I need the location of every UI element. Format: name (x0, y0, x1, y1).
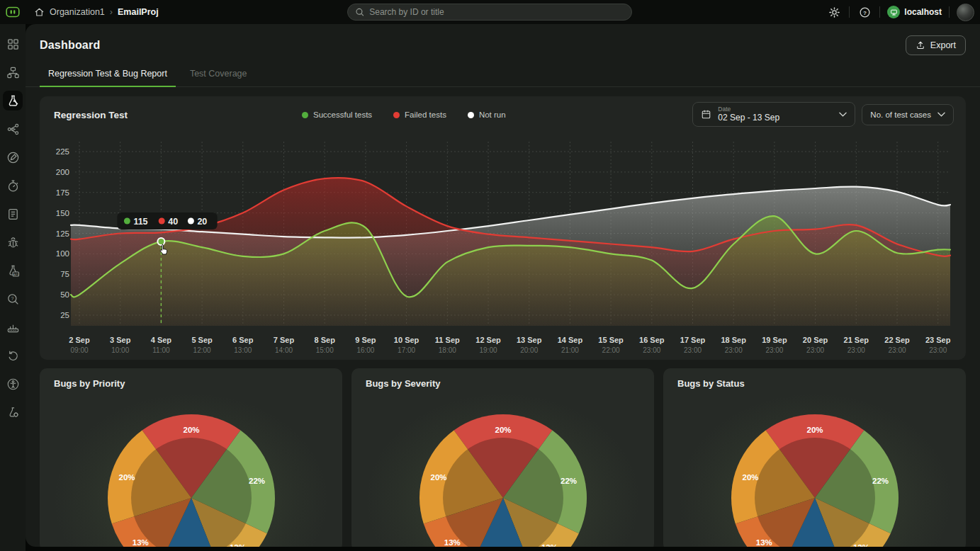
gear-icon (828, 6, 840, 18)
bug-icon (6, 236, 20, 249)
svg-text:23:00: 23:00 (725, 346, 743, 354)
pie-slice-label: 13% (756, 538, 772, 547)
svg-text:API: API (13, 272, 18, 276)
pie-slice-label: 12% (230, 543, 246, 547)
svg-text:18:00: 18:00 (439, 346, 456, 354)
svg-text:15:00: 15:00 (316, 346, 334, 354)
svg-text:14 Sep: 14 Sep (558, 336, 583, 344)
sidebar-item-experiments[interactable] (3, 402, 23, 422)
bug-charts-row: Bugs by Priority 20%22%12%13%20% Bugs by… (40, 368, 966, 547)
pen-circle-icon (6, 151, 20, 164)
tab-test-coverage[interactable]: Test Coverage (181, 62, 256, 87)
main-panel: Dashboard Export Regression Test & Bug R… (26, 24, 980, 547)
stopwatch-icon (6, 179, 20, 193)
bugs-by-severity-pie[interactable]: 20%22%12%13%20% (351, 368, 654, 547)
svg-text:11:00: 11:00 (152, 346, 170, 354)
app-logo[interactable] (0, 5, 26, 19)
svg-text:13:00: 13:00 (234, 346, 252, 354)
svg-text:23:00: 23:00 (806, 346, 824, 354)
environment-label: localhost (904, 7, 942, 17)
tooltip-point (157, 238, 164, 245)
svg-text:19:00: 19:00 (479, 346, 497, 354)
svg-text:4 Sep: 4 Sep (151, 336, 172, 344)
logo-icon (5, 5, 21, 19)
svg-text:14:00: 14:00 (275, 346, 293, 354)
svg-text:6 Sep: 6 Sep (232, 336, 254, 344)
bugs-by-priority-pie[interactable]: 20%22%12%13%20% (40, 368, 342, 547)
pie-slice-label: 20% (495, 426, 511, 434)
api-flask-icon: API (6, 264, 20, 278)
sidebar-item-benchmarks[interactable] (3, 317, 23, 337)
svg-text:20: 20 (197, 217, 207, 227)
breadcrumb-separator: › (110, 7, 113, 17)
export-label: Export (930, 40, 956, 50)
breadcrumb-project[interactable]: EmailProj (118, 7, 159, 17)
home-icon[interactable] (34, 7, 45, 18)
sidebar-item-regression-lab[interactable] (3, 91, 23, 110)
sidebar-item-automation[interactable] (3, 147, 23, 167)
accessibility-icon (6, 377, 20, 391)
breadcrumb-org[interactable]: Organization1 (50, 7, 105, 17)
svg-text:100: 100 (56, 249, 69, 258)
sidebar-item-timer[interactable] (3, 176, 23, 195)
svg-text:13 Sep: 13 Sep (517, 336, 542, 344)
svg-text:22:00: 22:00 (602, 346, 620, 354)
help-button[interactable]: ? (857, 4, 872, 20)
sidebar-item-dashboard[interactable] (3, 34, 23, 54)
bugs-by-priority-card: Bugs by Priority 20%22%12%13%20% (40, 368, 342, 547)
sidebar-item-api-tests[interactable]: API (3, 261, 23, 280)
svg-text:2 Sep: 2 Sep (69, 336, 90, 344)
global-search[interactable] (347, 4, 632, 21)
regression-area-chart[interactable]: 2252001751501251007550252 Sep09:003 Sep1… (40, 96, 964, 360)
breadcrumb: Organization1 › EmailProj (34, 7, 159, 18)
svg-text:20:00: 20:00 (520, 346, 538, 354)
svg-text:?: ? (11, 296, 13, 302)
regression-test-card: Regression Test Successful testsFailed t… (40, 96, 966, 360)
search-input[interactable] (369, 7, 624, 17)
svg-text:21 Sep: 21 Sep (844, 336, 869, 344)
svg-text:200: 200 (56, 168, 69, 176)
svg-text:7 Sep: 7 Sep (274, 336, 295, 344)
sidebar-item-accessibility[interactable] (3, 374, 23, 394)
benchmark-icon (6, 321, 20, 334)
sidebar-item-projects[interactable] (3, 62, 23, 82)
svg-text:18 Sep: 18 Sep (721, 336, 746, 344)
sidebar-item-inspect[interactable]: ? (3, 289, 23, 309)
pie-slice-label: 12% (853, 543, 869, 547)
tab-regression-report[interactable]: Regression Test & Bug Report (40, 62, 176, 87)
upload-icon (916, 40, 925, 50)
svg-text:23:00: 23:00 (765, 346, 783, 354)
svg-text:09:00: 09:00 (70, 346, 88, 354)
network-nodes-icon (6, 123, 20, 136)
pie-slice-label: 22% (249, 477, 265, 485)
svg-text:15 Sep: 15 Sep (598, 336, 624, 344)
svg-text:23:00: 23:00 (888, 346, 906, 354)
svg-text:11 Sep: 11 Sep (435, 336, 460, 344)
svg-text:17:00: 17:00 (398, 346, 415, 354)
svg-text:16:00: 16:00 (356, 346, 374, 354)
avatar[interactable] (957, 4, 974, 21)
sidebar-item-integrations[interactable] (3, 119, 23, 139)
sidebar-item-cycles[interactable] (3, 346, 23, 365)
svg-text:23:00: 23:00 (847, 346, 865, 354)
bugs-by-status-pie[interactable]: 20%22%12%13%20% (663, 368, 966, 547)
pie-title: Bugs by Status (677, 378, 745, 389)
refresh-cycle-icon (6, 349, 20, 363)
monitor-icon (887, 6, 900, 18)
search-question-icon: ? (6, 292, 20, 306)
svg-text:23:00: 23:00 (643, 346, 660, 354)
flask-gear-icon (6, 406, 20, 419)
sidebar-item-notes[interactable] (3, 204, 23, 224)
export-button[interactable]: Export (906, 35, 966, 55)
pie-title: Bugs by Priority (54, 378, 125, 389)
help-icon: ? (859, 6, 871, 18)
svg-text:23:00: 23:00 (684, 346, 702, 354)
topbar-divider (879, 6, 880, 18)
topbar-divider (949, 6, 950, 18)
environment-badge[interactable]: localhost (887, 6, 942, 18)
svg-text:225: 225 (56, 147, 69, 156)
pie-slice-label: 22% (872, 477, 889, 485)
svg-text:19 Sep: 19 Sep (762, 336, 787, 344)
sidebar-item-bugs[interactable] (3, 232, 23, 252)
settings-button[interactable] (826, 4, 842, 20)
